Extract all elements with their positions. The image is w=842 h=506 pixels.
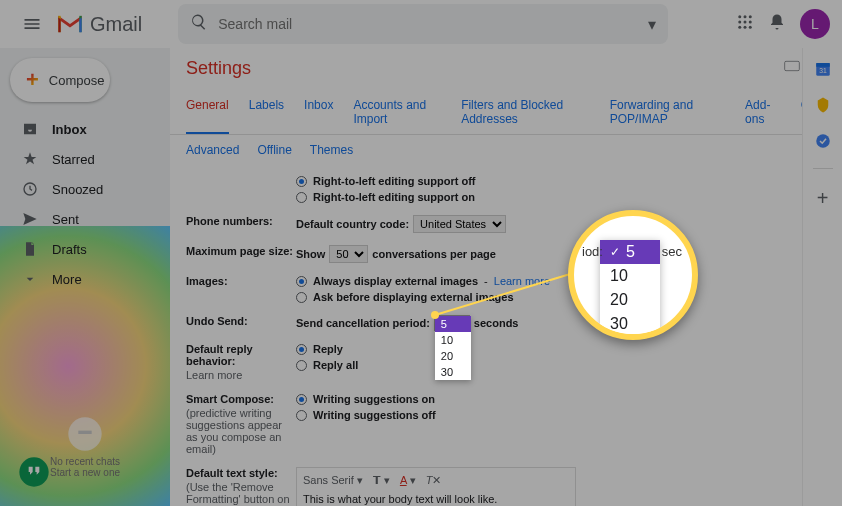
svg-point-6: [738, 26, 741, 29]
svg-point-5: [749, 21, 752, 24]
compose-button[interactable]: + Compose: [10, 58, 110, 102]
magnifier-callout: iod: sec 5 10 20 30: [568, 210, 698, 340]
calendar-addon-icon[interactable]: 31: [814, 60, 832, 78]
undo-option-20[interactable]: 20: [435, 348, 471, 364]
tab-filters[interactable]: Filters and Blocked Addresses: [461, 98, 590, 134]
compose-label: Compose: [49, 73, 105, 88]
svg-rect-12: [785, 61, 800, 70]
search-icon: [190, 13, 208, 35]
reply-behavior-label: Default reply behavior:Learn more: [186, 343, 296, 381]
search-bar[interactable]: ▾: [178, 4, 668, 44]
mag-option-5[interactable]: 5: [600, 240, 660, 264]
tab-general[interactable]: General: [186, 98, 229, 134]
text-style-label: Default text style:(Use the 'Remove Form…: [186, 467, 296, 506]
sidebar-item-drafts[interactable]: Drafts: [0, 234, 170, 264]
svg-point-1: [744, 15, 747, 18]
svg-point-3: [738, 21, 741, 24]
remove-formatting-button[interactable]: T✕: [426, 474, 442, 487]
hangouts-button[interactable]: [18, 456, 50, 488]
images-label: Images:: [186, 275, 296, 303]
input-tools-icon[interactable]: [784, 58, 800, 78]
svg-point-7: [744, 26, 747, 29]
smart-off-radio[interactable]: [296, 410, 307, 421]
rtl-on-radio[interactable]: [296, 192, 307, 203]
sidebar-item-starred[interactable]: Starred: [0, 144, 170, 174]
subtab-themes[interactable]: Themes: [310, 143, 353, 157]
reply-single-radio[interactable]: [296, 344, 307, 355]
sample-text: This is what your body text will look li…: [303, 493, 569, 505]
page-size-label: Maximum page size:: [186, 245, 296, 263]
undo-option-5[interactable]: 5: [435, 316, 471, 332]
hangouts-placeholder-icon: [65, 414, 105, 454]
subtab-offline[interactable]: Offline: [257, 143, 291, 157]
mag-option-20[interactable]: 20: [600, 288, 660, 312]
svg-point-4: [744, 21, 747, 24]
undo-option-10[interactable]: 10: [435, 332, 471, 348]
sidebar-item-inbox[interactable]: Inbox: [0, 114, 170, 144]
get-addons-button[interactable]: +: [817, 187, 829, 210]
phone-numbers-label: Phone numbers:: [186, 215, 296, 233]
sidebar-item-snoozed[interactable]: Snoozed: [0, 174, 170, 204]
font-color-select[interactable]: A ▾: [400, 474, 416, 487]
mag-option-30[interactable]: 30: [600, 312, 660, 336]
mag-option-10[interactable]: 10: [600, 264, 660, 288]
plus-icon: +: [26, 67, 39, 93]
font-family-select[interactable]: Sans Serif ▾: [303, 474, 363, 487]
svg-point-11: [19, 457, 48, 486]
svg-text:31: 31: [819, 67, 827, 74]
undo-period-select[interactable]: 5 10 20 30: [434, 315, 470, 331]
gmail-logo[interactable]: Gmail: [56, 13, 142, 36]
font-size-select[interactable]: 𝗧 ▾: [373, 474, 390, 487]
tab-addons[interactable]: Add-ons: [745, 98, 781, 134]
subtab-advanced[interactable]: Advanced: [186, 143, 239, 157]
reply-learn-more-link[interactable]: Learn more: [186, 369, 296, 381]
country-code-select[interactable]: United States: [413, 215, 506, 233]
tab-inbox[interactable]: Inbox: [304, 98, 333, 134]
tab-accounts[interactable]: Accounts and Import: [353, 98, 441, 134]
account-avatar[interactable]: L: [800, 9, 830, 39]
keep-addon-icon[interactable]: [814, 96, 832, 114]
notifications-icon[interactable]: [768, 13, 786, 35]
logo-text: Gmail: [90, 13, 142, 36]
apps-grid-icon[interactable]: [736, 13, 754, 35]
images-ask-radio[interactable]: [296, 292, 307, 303]
sidebar-item-sent[interactable]: Sent: [0, 204, 170, 234]
settings-title: Settings: [186, 58, 784, 79]
sidebar-item-more[interactable]: More: [0, 264, 170, 294]
reply-all-radio[interactable]: [296, 360, 307, 371]
svg-point-0: [738, 15, 741, 18]
rtl-off-radio[interactable]: [296, 176, 307, 187]
svg-point-8: [749, 26, 752, 29]
undo-send-label: Undo Send:: [186, 315, 296, 331]
svg-point-18: [816, 134, 830, 148]
svg-point-2: [749, 15, 752, 18]
page-size-select[interactable]: 50: [329, 245, 368, 263]
search-input[interactable]: [218, 16, 648, 32]
undo-option-30[interactable]: 30: [435, 364, 471, 380]
images-learn-more-link[interactable]: Learn more: [494, 275, 550, 287]
tab-labels[interactable]: Labels: [249, 98, 284, 134]
smart-on-radio[interactable]: [296, 394, 307, 405]
tasks-addon-icon[interactable]: [814, 132, 832, 150]
hamburger-menu[interactable]: [12, 4, 52, 44]
tab-forwarding[interactable]: Forwarding and POP/IMAP: [610, 98, 725, 134]
search-options-caret[interactable]: ▾: [648, 15, 656, 34]
images-always-radio[interactable]: [296, 276, 307, 287]
smart-compose-label: Smart Compose:(predictive writing sugges…: [186, 393, 296, 455]
